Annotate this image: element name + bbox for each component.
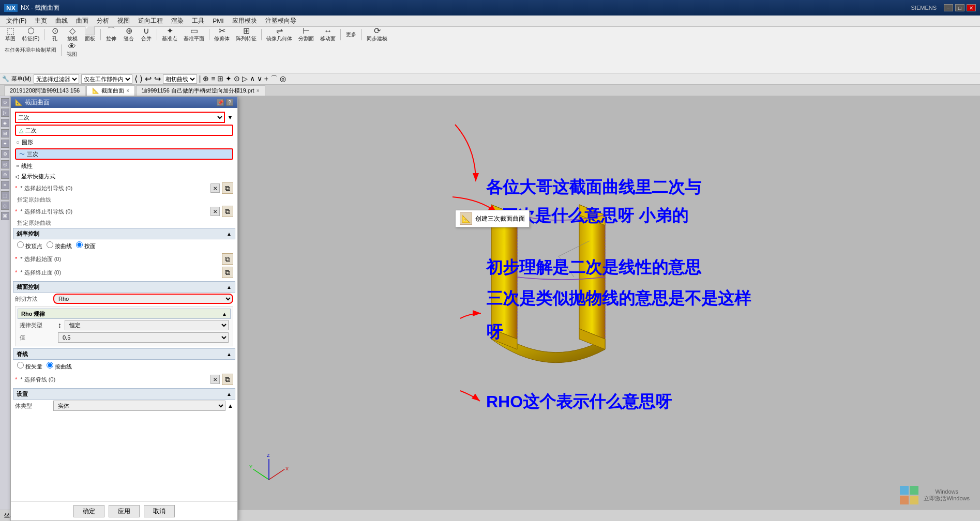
- canvas-area: 📐 创建三次截面曲面: [238, 96, 980, 521]
- title-bar: NX NX - 截面曲面 SIEMENS − □ ✕: [0, 0, 980, 16]
- toolbar-blend[interactable]: ⌒ 拉伸: [103, 25, 119, 44]
- toolbar-feature[interactable]: ⬡ 特征(E): [20, 25, 42, 44]
- spine-vector-radio[interactable]: [17, 362, 24, 369]
- list-item-circle[interactable]: ○ 圆形: [13, 136, 235, 148]
- title-right: SIEMENS − □ ✕: [911, 4, 976, 11]
- sidebar-icon-2[interactable]: ▷: [1, 109, 9, 117]
- sidebar-icon-6[interactable]: ⚙: [1, 150, 9, 158]
- cancel-button[interactable]: 取消: [144, 505, 175, 517]
- tab-dialog-close[interactable]: ×: [126, 88, 129, 94]
- dialog-footer: 确定 应用 取消: [11, 501, 237, 520]
- menu-home[interactable]: 主页: [31, 16, 51, 26]
- base-point-icon: ✦: [167, 27, 173, 35]
- sidebar-icon-4[interactable]: ⊞: [1, 129, 9, 137]
- minimize-button[interactable]: −: [944, 4, 953, 11]
- sidebar-icon-11[interactable]: ◇: [1, 202, 9, 210]
- toolbar-base-point[interactable]: ✦ 基准点: [159, 25, 180, 44]
- tab-dialog[interactable]: 📐 截面曲面 ×: [86, 85, 135, 96]
- sidebar-icon-3[interactable]: ◈: [1, 119, 9, 127]
- sidebar-icon-8[interactable]: ⊕: [1, 171, 9, 179]
- toolbar-mirror[interactable]: ⇌ 镜像几何体: [264, 25, 295, 44]
- spine-pick-btn[interactable]: ⧉: [222, 374, 233, 385]
- toolbar-view[interactable]: 👁 视图: [64, 41, 80, 59]
- cut-method-select[interactable]: Rho: [53, 294, 233, 304]
- dialog-pin-btn[interactable]: 📌: [217, 99, 224, 106]
- maximize-button[interactable]: □: [955, 4, 964, 11]
- dialog-title-bar[interactable]: 📐 截面曲面 📌 ?: [11, 97, 237, 108]
- spine-clear-btn[interactable]: ✕: [210, 375, 220, 384]
- rho-rule-header[interactable]: Rho 规律 ▲: [18, 309, 231, 319]
- tab-model-close[interactable]: ×: [257, 88, 260, 94]
- filter-select[interactable]: 无选择过滤器: [34, 74, 79, 84]
- scope-select[interactable]: 仅在工作部件内: [81, 74, 132, 84]
- toolbar-trim-body[interactable]: ✂ 修剪体: [212, 25, 232, 44]
- start-pick-btn[interactable]: ⧉: [222, 182, 233, 194]
- tab-model[interactable]: 迪9991156 自己做的手柄st!逆向加分模19.prt ×: [136, 85, 265, 96]
- toolbar-base-plane[interactable]: ▭ 基准平面: [181, 25, 207, 44]
- list-item-linear[interactable]: ≈ 线性: [13, 160, 235, 172]
- menu-tools[interactable]: 工具: [188, 16, 208, 26]
- ok-button[interactable]: 确定: [73, 505, 104, 517]
- menu-view[interactable]: 视图: [113, 16, 134, 26]
- toolbar-sketch-env[interactable]: 在任务环境中绘制草图: [2, 45, 59, 55]
- more-label: 更多: [346, 31, 356, 38]
- circle-label: 圆形: [22, 139, 33, 146]
- cut-mode-select[interactable]: 相切曲线: [163, 74, 197, 84]
- sidebar-icon-5[interactable]: ✦: [1, 140, 9, 148]
- draft-icon: ◇: [69, 27, 76, 35]
- section-section-header[interactable]: 截面控制 ▲: [13, 281, 235, 293]
- slope-section-header[interactable]: 斜率控制 ▲: [13, 228, 235, 239]
- apply-button[interactable]: 应用: [109, 505, 140, 517]
- menu-mold[interactable]: 注塑模向导: [261, 16, 300, 26]
- slope-vertex-radio[interactable]: [17, 241, 24, 248]
- sidebar-icon-7[interactable]: ◎: [1, 160, 9, 168]
- menu-curve[interactable]: 曲线: [51, 16, 72, 26]
- list-item-secondary[interactable]: △ 二次: [15, 125, 233, 136]
- value-select[interactable]: 0.5: [58, 332, 229, 343]
- toolbar-sync[interactable]: ⟳ 同步建模: [364, 25, 390, 44]
- spine-vector-label: 按矢量: [17, 362, 42, 371]
- menu-reverse[interactable]: 逆向工程: [134, 16, 167, 26]
- start-clear-btn[interactable]: ✕: [210, 183, 220, 193]
- menu-file[interactable]: 文件(F): [2, 16, 31, 26]
- toolbar-sketch[interactable]: ⬚ 草图: [2, 25, 19, 44]
- slope-face-radio[interactable]: [76, 241, 83, 248]
- menu-surface[interactable]: 曲面: [72, 16, 93, 26]
- sidebar-icon-9[interactable]: ≡: [1, 181, 9, 189]
- end-pick-btn[interactable]: ⧉: [222, 206, 233, 217]
- settings-header[interactable]: 设置 ▲: [13, 388, 235, 400]
- tab-1[interactable]: 20191208阿道9991143 156: [4, 85, 85, 96]
- slope-chevron: ▲: [227, 231, 232, 237]
- start-face-pick-btn[interactable]: ⧉: [222, 253, 233, 265]
- menu-render[interactable]: 渲染: [167, 16, 188, 26]
- sidebar-icon-1[interactable]: ⊙: [1, 98, 9, 106]
- menu-apps[interactable]: 应用模块: [228, 16, 261, 26]
- spine-section-header[interactable]: 脊线 ▲: [13, 348, 235, 360]
- toolbar-more[interactable]: 更多: [343, 29, 359, 40]
- end-face-pick-btn[interactable]: ⧉: [222, 267, 233, 278]
- display-arrow: ◁: [15, 174, 19, 179]
- toolbar-pattern[interactable]: ⊞ 阵列特征: [233, 25, 259, 44]
- toolbar-boss[interactable]: ⬜ 面板: [82, 25, 98, 44]
- tooltip-text: 创建三次截面曲面: [475, 214, 525, 223]
- spine-curve-radio[interactable]: [47, 362, 53, 369]
- sidebar-icon-12[interactable]: ⌘: [1, 212, 9, 220]
- menu-pmi[interactable]: PMI: [208, 17, 228, 26]
- body-type-select[interactable]: 实体: [53, 401, 225, 411]
- toolbar-hole[interactable]: ⊙ 孔: [47, 25, 63, 44]
- end-clear-btn[interactable]: ✕: [210, 207, 220, 216]
- slope-curve-radio[interactable]: [47, 241, 53, 248]
- menu-analysis[interactable]: 分析: [93, 16, 113, 26]
- close-button[interactable]: ✕: [967, 4, 976, 11]
- type-dropdown[interactable]: 二次 三次: [15, 112, 225, 123]
- toolbar-merge[interactable]: ∪ 合并: [138, 25, 155, 44]
- spine-title: 脊线: [17, 350, 28, 358]
- dialog-help-btn[interactable]: ?: [226, 99, 233, 106]
- toolbar-move[interactable]: ↔ 移动面: [318, 25, 338, 44]
- slope-vertex-label: 按顶点: [17, 241, 42, 250]
- sidebar-icon-10[interactable]: ⬚: [1, 191, 9, 200]
- toolbar-split[interactable]: ⊢ 分割面: [296, 25, 316, 44]
- toolbar-sweep[interactable]: ⊕ 缝合: [120, 25, 137, 44]
- rule-type-select[interactable]: 恒定: [65, 320, 229, 330]
- list-item-cubic[interactable]: 〜 三次: [15, 148, 233, 160]
